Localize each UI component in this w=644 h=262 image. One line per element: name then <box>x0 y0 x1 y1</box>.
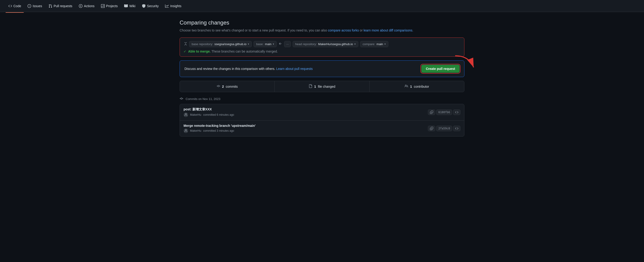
head-repo-value: MakerHu/ssegsa.github.io <box>318 42 353 46</box>
wiki-icon <box>124 4 128 8</box>
commit-list: post: 新增文章XXX MakerHu committed 6 minute… <box>180 104 464 137</box>
nav-pr-label: Pull requests <box>54 4 72 8</box>
nav-code[interactable]: Code <box>6 2 24 10</box>
commit-right-1: 6180fb6 <box>428 109 460 115</box>
commit-meta-2: MakerHu committed 3 minutes ago <box>184 128 256 133</box>
base-branch-select[interactable]: base: main ▾ <box>254 41 277 47</box>
commits-label: commits <box>226 85 238 88</box>
commits-section: Commits on Nov 11, 2023 post: 新增文章XXX Ma… <box>180 97 464 137</box>
commit-sha-1: 6180fb6 <box>436 109 452 115</box>
page-title: Comparing changes <box>180 20 464 26</box>
projects-icon <box>101 4 105 8</box>
contributors-label: contributor <box>414 85 429 88</box>
page-subtitle: Choose two branches to see what's change… <box>180 28 464 33</box>
base-repo-chevron: ▾ <box>248 43 249 46</box>
pr-container: Discuss and review the changes in this c… <box>180 60 464 77</box>
avatar <box>184 113 188 117</box>
nav-insights-label: Insights <box>170 4 181 8</box>
learn-about-pr-link[interactable]: Learn about pull requests <box>276 67 313 71</box>
files-count: 1 <box>314 85 316 88</box>
table-row: post: 新增文章XXX MakerHu committed 6 minute… <box>180 104 464 121</box>
compare-chevron: ▾ <box>384 43 386 46</box>
nav-actions[interactable]: Actions <box>76 2 97 10</box>
nav-issues[interactable]: Issues <box>25 2 44 10</box>
pr-description: Discuss and review the changes in this c… <box>184 67 313 71</box>
compare-section: base repository: ssegsa/ssegsa.github.io… <box>180 38 464 57</box>
files-stat: 1 file changed <box>274 81 370 92</box>
learn-more-link[interactable]: learn more about diff comparisons <box>364 29 412 32</box>
base-chevron: ▾ <box>273 43 274 46</box>
files-icon <box>308 84 312 89</box>
base-value: main <box>265 42 272 46</box>
commit-time-1: committed 6 minutes ago <box>203 113 234 116</box>
commit-sha-2: 2fa59c0 <box>436 126 452 131</box>
pr-icon <box>48 4 52 8</box>
head-repo-select[interactable]: head repository: MakerHu/ssegsa.github.i… <box>293 41 358 47</box>
commit-message-2: Merge remote-tracking branch 'upstream/m… <box>184 124 256 128</box>
nav-projects[interactable]: Projects <box>98 2 121 10</box>
commits-graph-icon <box>180 97 183 101</box>
commits-stat: 2 commits <box>180 81 274 92</box>
commits-date-header: Commits on Nov 11, 2023 <box>180 97 464 101</box>
browse-code-button-1[interactable] <box>453 109 460 115</box>
nav-pull-requests[interactable]: Pull requests <box>46 2 75 10</box>
browse-code-button-2[interactable] <box>453 126 460 131</box>
base-label: base: <box>256 42 264 46</box>
head-repo-chevron: ▾ <box>354 43 356 46</box>
head-repo-label: head repository: <box>295 42 317 46</box>
commit-left-2: Merge remote-tracking branch 'upstream/m… <box>184 124 256 133</box>
commit-author-1: MakerHu <box>190 113 201 116</box>
insights-icon <box>165 4 169 8</box>
compare-label: compare: <box>363 42 375 46</box>
commits-count: 2 <box>222 85 224 88</box>
commits-date: Commits on Nov 11, 2023 <box>186 97 220 101</box>
nav-security[interactable]: Security <box>139 2 162 10</box>
commit-meta-1: MakerHu committed 6 minutes ago <box>184 113 234 117</box>
compare-value: main <box>376 42 383 46</box>
nav-issues-label: Issues <box>32 4 42 8</box>
nav-code-label: Code <box>14 4 21 8</box>
nav-projects-label: Projects <box>106 4 118 8</box>
merge-able-text: Able to merge. <box>188 50 210 53</box>
base-repo-label: base repository: <box>192 42 213 46</box>
code-icon <box>8 4 12 8</box>
merge-status: ✓ Able to merge. These branches can be a… <box>184 50 460 53</box>
nav-actions-label: Actions <box>84 4 94 8</box>
commits-icon <box>216 84 220 89</box>
nav-security-label: Security <box>147 4 159 8</box>
navigation: Code Issues Pull requests Actions <box>0 0 644 12</box>
table-row: Merge remote-tracking branch 'upstream/m… <box>180 121 464 136</box>
security-icon <box>142 4 146 8</box>
compare-across-forks-link[interactable]: compare across forks <box>328 29 359 32</box>
commit-left-1: post: 新增文章XXX MakerHu committed 6 minute… <box>184 107 234 117</box>
contributors-count: 1 <box>410 85 412 88</box>
compare-branch-select[interactable]: compare: main ▾ <box>360 41 388 47</box>
stats-bar: 2 commits 1 file changed 1 contributor <box>180 81 464 92</box>
nav-insights[interactable]: Insights <box>162 2 184 10</box>
commit-author-2: MakerHu <box>190 129 201 132</box>
base-repo-value: ssegsa/ssegsa.github.io <box>214 42 247 46</box>
dots-button[interactable]: ··· <box>284 41 291 47</box>
nav-wiki-label: Wiki <box>129 4 135 8</box>
actions-icon <box>79 4 82 8</box>
check-icon: ✓ <box>184 50 186 53</box>
pr-section: Discuss and review the changes in this c… <box>180 60 464 77</box>
merge-description: These branches can be automatically merg… <box>212 50 278 53</box>
copy-sha-button-1[interactable] <box>428 109 435 115</box>
contributors-icon <box>404 84 408 89</box>
nav-wiki[interactable]: Wiki <box>121 2 138 10</box>
commit-right-2: 2fa59c0 <box>428 126 460 131</box>
commit-message-1: post: 新增文章XXX <box>184 107 234 112</box>
compare-arrows-icon <box>184 42 187 47</box>
copy-sha-button-2[interactable] <box>428 126 435 131</box>
create-pull-request-button[interactable]: Create pull request <box>422 65 460 73</box>
contributors-stat: 1 contributor <box>370 81 464 92</box>
compare-row: base repository: ssegsa/ssegsa.github.io… <box>184 41 460 47</box>
arrow-left-icon <box>278 42 282 47</box>
issue-icon <box>28 4 31 8</box>
avatar <box>184 128 188 133</box>
main-content: Comparing changes Choose two branches to… <box>174 12 470 144</box>
base-repo-select[interactable]: base repository: ssegsa/ssegsa.github.io… <box>189 41 252 47</box>
files-label: file changed <box>318 85 336 88</box>
commit-time-2: committed 3 minutes ago <box>203 129 234 132</box>
